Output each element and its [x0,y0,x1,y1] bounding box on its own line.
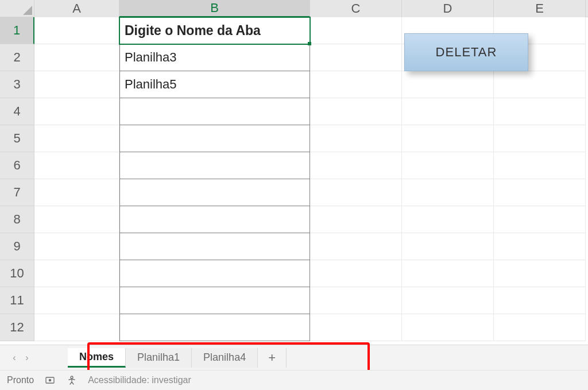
sheet-tab-nomes[interactable]: Nomes [68,348,126,368]
cell-C10[interactable] [310,260,402,287]
cell-E4[interactable] [494,98,586,125]
cell-B9[interactable] [119,233,310,260]
status-ready: Pronto [7,375,34,385]
tab-nav-prev[interactable]: ‹ [8,352,21,364]
cell-B4[interactable] [119,98,310,125]
cell-D11[interactable] [402,287,494,314]
cell-E6[interactable] [494,152,586,179]
row-header-1[interactable]: 1 [0,17,34,44]
row-header-11[interactable]: 11 [0,287,34,314]
cell-C9[interactable] [310,233,402,260]
row-header-12[interactable]: 12 [0,314,34,341]
row-header-10[interactable]: 10 [0,260,34,287]
row-header-5[interactable]: 5 [0,125,34,152]
cell-D4[interactable] [402,98,494,125]
cell-D9[interactable] [402,233,494,260]
cell-B5[interactable] [119,125,310,152]
row-header-4[interactable]: 4 [0,98,34,125]
spreadsheet-grid: A B C D E 1 Digite o Nome da Aba 2 Plani… [0,0,588,345]
row-header-2[interactable]: 2 [0,44,34,71]
cell-E3[interactable] [494,71,586,98]
row-header-6[interactable]: 6 [0,152,34,179]
cell-D5[interactable] [402,125,494,152]
svg-point-1 [49,379,51,381]
cell-C3[interactable] [310,71,402,98]
accessibility-status[interactable]: Acessibilidade: investigar [88,375,191,385]
cell-E9[interactable] [494,233,586,260]
cell-A2[interactable] [34,44,119,71]
cell-C7[interactable] [310,179,402,206]
cell-C11[interactable] [310,287,402,314]
cell-E8[interactable] [494,206,586,233]
svg-point-2 [71,376,73,379]
cell-A5[interactable] [34,125,119,152]
cell-C8[interactable] [310,206,402,233]
status-bar: Pronto Acessibilidade: investigar [0,370,588,390]
cell-B1[interactable]: Digite o Nome da Aba [119,17,310,44]
row-header-3[interactable]: 3 [0,71,34,98]
row-header-9[interactable]: 9 [0,233,34,260]
cell-D8[interactable] [402,206,494,233]
tab-nav-next[interactable]: › [21,352,33,364]
cell-E12[interactable] [494,314,586,341]
sheet-tab-planilha4[interactable]: Planilha4 [192,348,258,368]
column-header-row: A B C D E [0,0,588,17]
cell-B6[interactable] [119,152,310,179]
cell-E7[interactable] [494,179,586,206]
cell-D7[interactable] [402,179,494,206]
column-header-D[interactable]: D [402,0,494,17]
cell-D6[interactable] [402,152,494,179]
cell-C6[interactable] [310,152,402,179]
cell-B2[interactable]: Planilha3 [119,44,310,71]
cell-B12[interactable] [119,314,310,341]
cell-B3[interactable]: Planilha5 [119,71,310,98]
cell-C1[interactable] [310,17,402,44]
cell-E11[interactable] [494,287,586,314]
cell-E10[interactable] [494,260,586,287]
column-header-A[interactable]: A [34,0,119,17]
cell-A4[interactable] [34,98,119,125]
cell-B10[interactable] [119,260,310,287]
cell-D12[interactable] [402,314,494,341]
sheet-tab-planilha1[interactable]: Planilha1 [126,348,192,368]
row-header-8[interactable]: 8 [0,206,34,233]
cell-A8[interactable] [34,206,119,233]
delete-button[interactable]: DELETAR [404,33,528,71]
cell-C12[interactable] [310,314,402,341]
cell-D3[interactable] [402,71,494,98]
cell-C2[interactable] [310,44,402,71]
cell-A10[interactable] [34,260,119,287]
cell-B8[interactable] [119,206,310,233]
sheet-tab-bar: ‹ › Nomes Planilha1 Planilha4 + [0,345,588,370]
cell-E5[interactable] [494,125,586,152]
cell-A7[interactable] [34,179,119,206]
cell-A3[interactable] [34,71,119,98]
column-header-B[interactable]: B [119,0,310,17]
add-sheet-button[interactable]: + [258,348,287,368]
row-header-7[interactable]: 7 [0,179,34,206]
cell-B7[interactable] [119,179,310,206]
cell-C4[interactable] [310,98,402,125]
cell-A11[interactable] [34,287,119,314]
column-header-E[interactable]: E [494,0,586,17]
cell-A9[interactable] [34,233,119,260]
select-all-corner[interactable] [0,0,34,17]
cell-C5[interactable] [310,125,402,152]
cell-A12[interactable] [34,314,119,341]
cell-B11[interactable] [119,287,310,314]
cell-D10[interactable] [402,260,494,287]
accessibility-icon[interactable] [66,374,78,386]
macro-record-icon[interactable] [44,374,56,386]
cell-A1[interactable] [34,17,119,44]
cell-A6[interactable] [34,152,119,179]
column-header-C[interactable]: C [310,0,402,17]
